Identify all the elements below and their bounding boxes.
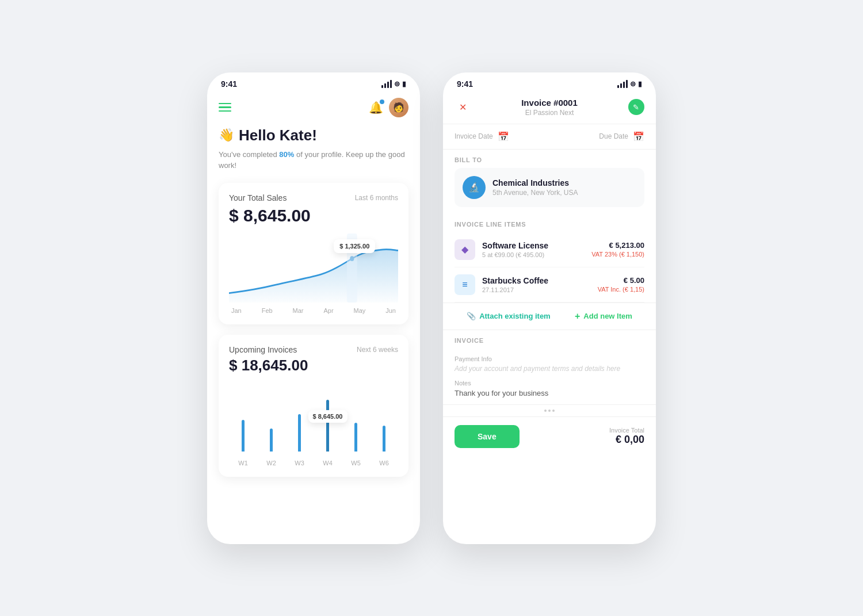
- bar-col-2: [257, 428, 285, 452]
- time-1: 9:41: [221, 79, 237, 89]
- due-date-label: Due Date: [599, 132, 628, 140]
- phone-dashboard: 9:41 ⊜ ▮ 🔔: [207, 72, 420, 544]
- line-item-1[interactable]: ◆ Software License 5 at €99.00 (€ 495.00…: [455, 232, 644, 267]
- attach-icon: 📎: [467, 312, 476, 320]
- sales-chart: $ 1,325.00: [229, 234, 398, 303]
- invoice-date-label: Invoice Date: [455, 132, 493, 140]
- company-name: Chemical Industries: [492, 178, 578, 188]
- item-info-2: Starbucks Coffee 27.11.2017: [482, 276, 591, 293]
- notification-button[interactable]: 🔔: [369, 101, 383, 114]
- bar-col-6: [370, 426, 398, 452]
- due-date-field[interactable]: Due Date 📅: [599, 131, 644, 142]
- payment-info-placeholder: Add your account and payment terms and d…: [455, 365, 644, 373]
- item-icon-2: ≡: [455, 274, 475, 295]
- save-bar: Save Invoice Total € 0,00: [443, 416, 656, 456]
- add-label: Add new Item: [583, 312, 632, 320]
- item-price-2: € 5.00 VAT Inc. (€ 1,15): [598, 276, 644, 293]
- avatar[interactable]: 🧑: [389, 98, 408, 117]
- greeting-section: 👋 Hello Kate! You've completed 80% of yo…: [219, 127, 408, 183]
- payment-info-field[interactable]: Payment Info Add your account and paymen…: [455, 355, 644, 373]
- wifi-icon: ⊜: [394, 80, 400, 88]
- drag-handle-row: [443, 404, 656, 416]
- invoices-card-header: Upcoming Invoices Next 6 weeks: [229, 345, 398, 354]
- bar-col-5: [342, 423, 370, 452]
- close-button[interactable]: ✕: [455, 99, 471, 115]
- invoice-date-field[interactable]: Invoice Date 📅: [455, 131, 509, 142]
- battery-icon-2: ▮: [638, 80, 642, 88]
- due-calendar-icon: 📅: [633, 131, 644, 142]
- sales-card: Your Total Sales Last 6 months $ 8,645.0…: [219, 183, 408, 324]
- item-name-1: Software License: [482, 241, 585, 250]
- notes-field[interactable]: Notes Thank you for your business: [455, 380, 644, 397]
- bill-to-label: BILL TO: [443, 150, 656, 168]
- save-button[interactable]: Save: [455, 425, 520, 448]
- item-price-1: € 5,213.00 VAT 23% (€ 1,150): [591, 241, 644, 258]
- line-items-label: INVOICE LINE ITEMS: [443, 214, 656, 232]
- notes-label: Notes: [455, 380, 644, 387]
- invoice-section: Payment Info Add your account and paymen…: [443, 355, 656, 397]
- invoice-calendar-icon: 📅: [498, 131, 509, 142]
- phone1-header: 🔔 🧑: [207, 93, 420, 127]
- notes-value: Thank you for your business: [455, 389, 644, 397]
- status-bar-1: 9:41 ⊜ ▮: [207, 72, 420, 93]
- payment-info-label: Payment Info: [455, 355, 644, 362]
- sales-card-subtitle: Last 6 months: [355, 194, 398, 202]
- menu-icon[interactable]: [219, 103, 231, 112]
- invoice-dates: Invoice Date 📅 Due Date 📅: [443, 124, 656, 150]
- bar-labels: W1 W2 W3 W4 W5 W6: [229, 456, 398, 466]
- invoice-subtitle: El Passion Next: [521, 109, 578, 117]
- battery-icon: ▮: [402, 80, 406, 88]
- total-wrap: Invoice Total € 0,00: [609, 427, 644, 446]
- total-amount: € 0,00: [609, 434, 644, 446]
- greeting-subtitle: You've completed 80% of your profile. Ke…: [219, 149, 408, 171]
- sales-amount: $ 8,645.00: [229, 206, 398, 225]
- invoice-header: ✕ Invoice #0001 El Passion Next ✎: [443, 93, 656, 124]
- company-address: 5th Avenue, New York, USA: [492, 189, 578, 197]
- signal-icon: [381, 80, 392, 88]
- status-icons-1: ⊜ ▮: [381, 80, 406, 88]
- header-right: 🔔 🧑: [369, 98, 408, 117]
- invoices-card: Upcoming Invoices Next 6 weeks $ 18,645.…: [219, 335, 408, 477]
- line-item-2[interactable]: ≡ Starbucks Coffee 27.11.2017 € 5.00 VAT…: [455, 267, 644, 303]
- invoice-title-wrap: Invoice #0001 El Passion Next: [521, 98, 578, 117]
- item-amount-2: € 5.00: [598, 276, 644, 285]
- line-items-section: ◆ Software License 5 at €99.00 (€ 495.00…: [443, 232, 656, 303]
- phone-invoice: 9:41 ⊜ ▮ ✕ Invoice #0001 El Passion Next…: [443, 72, 656, 544]
- actions-row: 📎 Attach existing item + Add new Item: [443, 303, 656, 330]
- bar-tooltip: $ 8,645.00: [308, 410, 348, 423]
- drag-handle: [544, 410, 555, 412]
- add-item-button[interactable]: + Add new Item: [575, 311, 632, 322]
- item-amount-1: € 5,213.00: [591, 241, 644, 250]
- attach-item-button[interactable]: 📎 Attach existing item: [467, 312, 551, 320]
- status-icons-2: ⊜ ▮: [617, 80, 642, 88]
- bill-to-card: 🔬 Chemical Industries 5th Avenue, New Yo…: [455, 168, 644, 207]
- phone1-content: 👋 Hello Kate! You've completed 80% of yo…: [207, 127, 420, 499]
- add-icon: +: [575, 311, 580, 322]
- bar-col-4: $ 8,645.00: [314, 400, 342, 452]
- bar-col-1: [229, 420, 257, 452]
- total-label: Invoice Total: [609, 427, 644, 434]
- company-icon: 🔬: [463, 176, 486, 199]
- invoices-card-subtitle: Next 6 weeks: [357, 346, 398, 354]
- signal-icon-2: [617, 80, 628, 88]
- wave-emoji: 👋: [219, 128, 234, 143]
- company-info: Chemical Industries 5th Avenue, New York…: [492, 178, 578, 197]
- item-sub-1: 5 at €99.00 (€ 495.00): [482, 251, 585, 258]
- sales-card-header: Your Total Sales Last 6 months: [229, 193, 398, 202]
- invoices-amount: $ 18,645.00: [229, 357, 398, 374]
- invoices-card-title: Upcoming Invoices: [229, 345, 297, 354]
- item-sub-2: 27.11.2017: [482, 286, 591, 293]
- notification-dot: [380, 100, 384, 104]
- item-info-1: Software License 5 at €99.00 (€ 495.00): [482, 241, 585, 258]
- item-vat-2: VAT Inc. (€ 1,15): [598, 286, 644, 293]
- item-vat-1: VAT 23% (€ 1,150): [591, 251, 644, 258]
- chart-labels: Jan Feb Mar Apr May Jun: [229, 307, 398, 314]
- item-name-2: Starbucks Coffee: [482, 276, 591, 285]
- edit-button[interactable]: ✎: [628, 99, 644, 115]
- sales-card-title: Your Total Sales: [229, 193, 287, 202]
- chart-tooltip: $ 1,325.00: [334, 239, 375, 253]
- invoice-title: Invoice #0001: [521, 98, 578, 108]
- item-icon-1: ◆: [455, 239, 475, 260]
- time-2: 9:41: [457, 79, 473, 89]
- status-bar-2: 9:41 ⊜ ▮: [443, 72, 656, 93]
